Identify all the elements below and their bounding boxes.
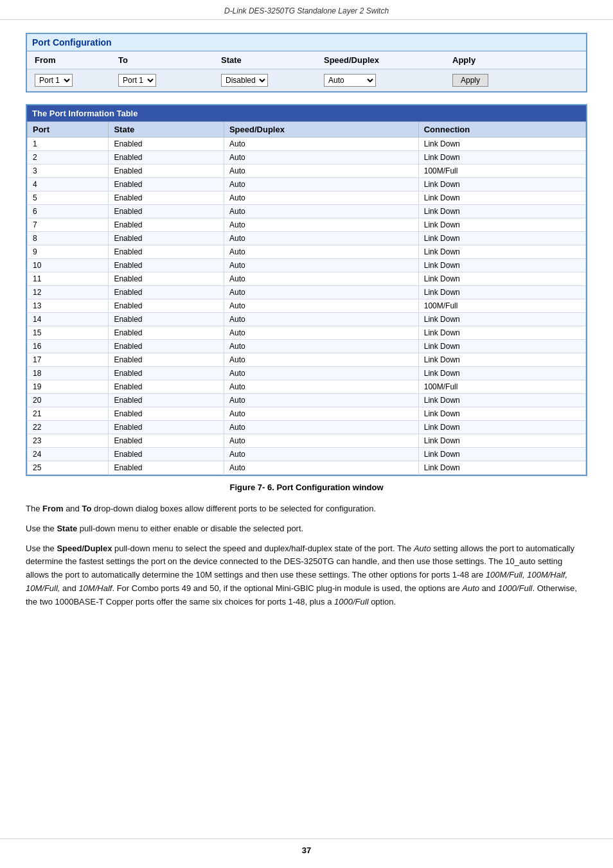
cell-speed: Auto (224, 313, 418, 326)
port-information-title: The Port Information Table (27, 105, 586, 121)
table-row: 10EnabledAutoLink Down (28, 259, 586, 272)
cell-speed: Auto (224, 461, 418, 475)
cell-state: Enabled (109, 434, 224, 448)
cell-state: Enabled (109, 448, 224, 461)
table-row: 5EnabledAutoLink Down (28, 191, 586, 205)
cell-connection: Link Down (418, 326, 585, 340)
cell-speed: Auto (224, 191, 418, 205)
cell-connection: Link Down (418, 245, 585, 259)
cell-connection: Link Down (418, 461, 585, 475)
table-row: 1EnabledAutoLink Down (28, 137, 586, 151)
cell-state: Enabled (109, 461, 224, 475)
cell-port: 24 (28, 448, 109, 461)
cell-speed: Auto (224, 218, 418, 232)
cell-state: Enabled (109, 421, 224, 434)
cell-speed: Auto (224, 367, 418, 380)
cell-state: Enabled (109, 286, 224, 299)
cell-state: Enabled (109, 340, 224, 353)
cell-port: 15 (28, 326, 109, 340)
cell-speed: Auto (224, 340, 418, 353)
table-row: 21EnabledAutoLink Down (28, 407, 586, 421)
cell-port: 22 (28, 421, 109, 434)
cell-connection: Link Down (418, 286, 585, 299)
cell-port: 25 (28, 461, 109, 475)
cell-connection: Link Down (418, 178, 585, 191)
cell-state: Enabled (109, 164, 224, 178)
cell-connection: Link Down (418, 259, 585, 272)
cell-speed: Auto (224, 286, 418, 299)
from-select[interactable]: Port 1 (35, 74, 73, 87)
th-port: Port (28, 122, 109, 137)
col-header-speed: Speed/Duplex (321, 54, 450, 66)
table-row: 13EnabledAuto100M/Full (28, 299, 586, 313)
cell-state: Enabled (109, 353, 224, 367)
cell-port: 7 (28, 218, 109, 232)
cell-port: 20 (28, 394, 109, 407)
table-row: 12EnabledAutoLink Down (28, 286, 586, 299)
cell-connection: Link Down (418, 448, 585, 461)
cell-port: 13 (28, 299, 109, 313)
table-row: 4EnabledAutoLink Down (28, 178, 586, 191)
cell-state: Enabled (109, 245, 224, 259)
cell-port: 9 (28, 245, 109, 259)
state-select[interactable]: Disabled Enabled (221, 74, 268, 87)
cell-speed: Auto (224, 137, 418, 151)
cell-connection: 100M/Full (418, 164, 585, 178)
figure-caption: Figure 7- 6. Port Configuration window (26, 483, 587, 492)
cell-connection: Link Down (418, 137, 585, 151)
description-3: Use the Speed/Duplex pull-down menu to s… (26, 542, 587, 609)
description-1: The From and To drop-down dialog boxes a… (26, 502, 587, 516)
cell-state: Enabled (109, 299, 224, 313)
cell-port: 11 (28, 272, 109, 286)
port-info-table: Port State Speed/Duplex Connection 1Enab… (27, 121, 586, 475)
cell-connection: Link Down (418, 313, 585, 326)
col-header-to: To (116, 54, 218, 66)
cell-connection: Link Down (418, 434, 585, 448)
table-row: 14EnabledAutoLink Down (28, 313, 586, 326)
cell-port: 8 (28, 232, 109, 245)
table-row: 25EnabledAutoLink Down (28, 461, 586, 475)
cell-port: 18 (28, 367, 109, 380)
table-row: 2EnabledAutoLink Down (28, 151, 586, 164)
cell-connection: Link Down (418, 232, 585, 245)
cell-state: Enabled (109, 380, 224, 394)
table-row: 3EnabledAuto100M/Full (28, 164, 586, 178)
cell-port: 6 (28, 205, 109, 218)
cell-connection: Link Down (418, 151, 585, 164)
cell-speed: Auto (224, 380, 418, 394)
cell-state: Enabled (109, 151, 224, 164)
table-row: 11EnabledAutoLink Down (28, 272, 586, 286)
th-state: State (109, 122, 224, 137)
cell-connection: 100M/Full (418, 299, 585, 313)
cell-port: 21 (28, 407, 109, 421)
table-row: 9EnabledAutoLink Down (28, 245, 586, 259)
col-header-apply: Apply (450, 54, 581, 66)
cell-speed: Auto (224, 272, 418, 286)
table-row: 19EnabledAuto100M/Full (28, 380, 586, 394)
cell-port: 12 (28, 286, 109, 299)
speed-select[interactable]: Auto 10M/Half 10M/Full 100M/Half 100M/Fu… (324, 74, 376, 87)
cell-port: 17 (28, 353, 109, 367)
cell-state: Enabled (109, 178, 224, 191)
cell-state: Enabled (109, 394, 224, 407)
apply-button[interactable]: Apply (452, 74, 488, 87)
cell-port: 3 (28, 164, 109, 178)
th-speed: Speed/Duplex (224, 122, 418, 137)
cell-state: Enabled (109, 367, 224, 380)
table-row: 7EnabledAutoLink Down (28, 218, 586, 232)
table-row: 17EnabledAutoLink Down (28, 353, 586, 367)
cell-port: 1 (28, 137, 109, 151)
cell-speed: Auto (224, 205, 418, 218)
port-configuration-title: Port Configuration (27, 34, 586, 51)
page-header: D-Link DES-3250TG Standalone Layer 2 Swi… (0, 0, 613, 20)
cell-speed: Auto (224, 299, 418, 313)
header-title: D-Link DES-3250TG Standalone Layer 2 Swi… (224, 6, 389, 15)
col-header-from: From (32, 54, 116, 66)
cell-speed: Auto (224, 353, 418, 367)
cell-port: 16 (28, 340, 109, 353)
table-row: 15EnabledAutoLink Down (28, 326, 586, 340)
to-select[interactable]: Port 1 (118, 74, 156, 87)
cell-state: Enabled (109, 205, 224, 218)
cell-port: 5 (28, 191, 109, 205)
cell-connection: Link Down (418, 394, 585, 407)
